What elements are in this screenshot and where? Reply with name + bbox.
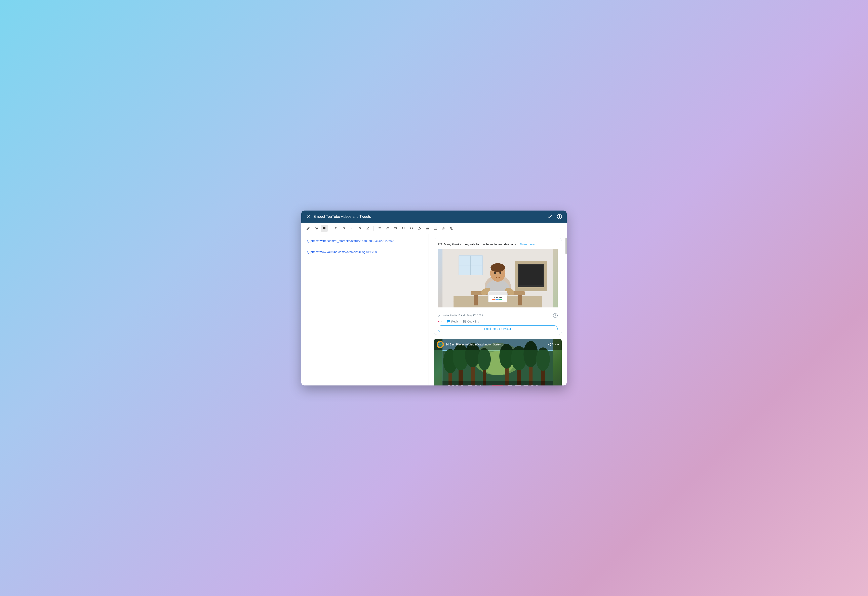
svg-point-50 — [499, 272, 501, 274]
tweet-text-content: P.S. Many thanks to my wife for this bea… — [438, 243, 519, 246]
numbered-list-button[interactable]: 1. 2. 3. — [384, 225, 391, 232]
editor-panel: ![](https://twitter.com/al_titarenko/sta… — [301, 234, 429, 386]
tweet-timestamp: Last edited 9:15 AM · May 17, 2023 — [438, 314, 483, 317]
svg-point-48 — [490, 263, 505, 272]
tweet-meta: Last edited 9:15 AM · May 17, 2023 i — [438, 313, 558, 318]
share-icon — [548, 343, 551, 346]
svg-point-77 — [478, 348, 491, 370]
toolbar-sep-2 — [373, 226, 374, 231]
pencil-icon — [438, 314, 441, 317]
youtube-title: 10 Best Places to Visit in Washington St… — [446, 343, 546, 346]
close-button[interactable] — [306, 214, 311, 219]
youtube-share-label: Share — [552, 343, 559, 346]
highlight-button[interactable] — [364, 225, 372, 232]
italic-button[interactable]: I — [348, 225, 356, 232]
strikethrough-icon: S — [359, 226, 361, 230]
svg-rect-44 — [519, 265, 543, 285]
svg-point-7 — [378, 227, 378, 228]
svg-text:WASH: WASH — [448, 383, 483, 386]
svg-rect-59 — [499, 299, 502, 300]
svg-point-49 — [494, 272, 496, 274]
read-more-label: Read more on Twitter — [484, 327, 511, 330]
tweet-card: P.S. Many thanks to my wife for this bea… — [434, 238, 562, 335]
svg-point-6 — [316, 228, 317, 229]
align-button[interactable] — [392, 225, 399, 232]
main-window: Embed YouTube videos and Tweets — [301, 210, 567, 386]
youtube-channel-icon — [437, 341, 444, 348]
svg-point-81 — [536, 348, 550, 371]
tweet-likes-count: 4 — [441, 320, 443, 323]
image-button[interactable] — [424, 225, 431, 232]
svg-rect-41 — [518, 296, 522, 305]
tweet-timestamp-text: Last edited 9:15 AM · May 17, 2023 — [442, 314, 483, 317]
edit-button[interactable] — [304, 225, 312, 232]
tweet-image-svg: 2 YEAR — [438, 249, 558, 308]
reply-bubble-icon — [446, 320, 450, 323]
bold-icon: B — [343, 226, 345, 230]
tweet-reply-label: Reply — [451, 320, 459, 323]
toolbar-sep-1 — [330, 226, 330, 231]
svg-rect-22 — [426, 227, 429, 229]
strikethrough-button[interactable]: S — [356, 225, 363, 232]
confirm-button[interactable] — [546, 213, 553, 220]
quote-button[interactable] — [400, 225, 407, 232]
book-button[interactable] — [320, 225, 328, 232]
preview-button[interactable] — [313, 225, 320, 232]
svg-rect-58 — [496, 299, 499, 300]
svg-point-4 — [559, 215, 560, 216]
twitter-link-text: ![](https://twitter.com/al_titarenko/sta… — [307, 239, 395, 243]
youtube-card: WASH GTON — [434, 339, 562, 386]
scrollbar-track — [565, 234, 567, 386]
youtube-link-text: ![](https://www.youtube.com/watch?v=OHsg… — [307, 250, 377, 254]
svg-line-97 — [548, 345, 551, 345]
table-button[interactable] — [432, 225, 439, 232]
svg-rect-57 — [492, 299, 495, 300]
svg-rect-86 — [492, 385, 504, 386]
svg-rect-40 — [474, 296, 478, 305]
youtube-share-button[interactable]: Share — [548, 343, 559, 346]
bold-button[interactable]: B — [340, 225, 347, 232]
titlebar: Embed YouTube videos and Tweets — [301, 210, 567, 223]
svg-point-31 — [452, 227, 452, 228]
copy-link-icon — [462, 320, 466, 323]
tweet-image: 2 YEAR — [438, 249, 558, 308]
svg-point-9 — [378, 229, 378, 229]
tweet-content: P.S. Many thanks to my wife for this bea… — [434, 238, 562, 311]
svg-text:GTON: GTON — [506, 383, 539, 386]
twitter-link[interactable]: ![](https://twitter.com/al_titarenko/sta… — [307, 239, 423, 243]
link-button[interactable] — [416, 225, 423, 232]
svg-text:2 YEAR: 2 YEAR — [494, 296, 502, 299]
tweet-info-button[interactable]: i — [553, 313, 558, 318]
read-more-twitter-button[interactable]: Read more on Twitter — [438, 325, 558, 332]
attachment-button[interactable] — [440, 225, 447, 232]
tweet-like-action[interactable]: ♥ 4 — [438, 320, 443, 323]
text-size-icon: T — [335, 226, 337, 230]
info-button[interactable] — [556, 213, 562, 220]
youtube-header-overlay: 10 Best Places to Visit in Washington St… — [434, 339, 562, 350]
svg-rect-24 — [434, 227, 437, 230]
preview-panel: P.S. Many thanks to my wife for this bea… — [429, 234, 567, 386]
svg-rect-55 — [489, 292, 507, 295]
youtube-thumbnail[interactable]: WASH GTON — [434, 339, 562, 386]
bullet-list-button[interactable] — [376, 225, 383, 232]
tweet-copy-link-action[interactable]: Copy link — [462, 320, 479, 323]
tweet-copy-link-label: Copy link — [467, 320, 479, 323]
italic-icon: I — [351, 226, 352, 230]
scrollbar-thumb[interactable] — [565, 238, 567, 254]
tweet-reply-action[interactable]: Reply — [446, 320, 459, 323]
code-button[interactable] — [408, 225, 415, 232]
youtube-link[interactable]: ![](https://www.youtube.com/watch?v=OHsg… — [307, 250, 423, 254]
svg-text:3.: 3. — [386, 228, 387, 230]
window-title: Embed YouTube videos and Tweets — [313, 214, 546, 219]
tweet-text: P.S. Many thanks to my wife for this bea… — [438, 242, 558, 247]
main-content: ![](https://twitter.com/al_titarenko/sta… — [301, 234, 567, 386]
text-size-button[interactable]: T — [332, 225, 340, 232]
titlebar-actions — [546, 213, 562, 220]
svg-line-96 — [548, 343, 551, 345]
info-toolbar-button[interactable] — [448, 225, 455, 232]
tweet-footer: Last edited 9:15 AM · May 17, 2023 i ♥ 4 — [434, 311, 562, 334]
toolbar: T B I S — [301, 223, 567, 234]
svg-point-8 — [378, 228, 378, 228]
heart-icon: ♥ — [438, 320, 440, 323]
tweet-show-more[interactable]: Show more — [519, 243, 534, 246]
